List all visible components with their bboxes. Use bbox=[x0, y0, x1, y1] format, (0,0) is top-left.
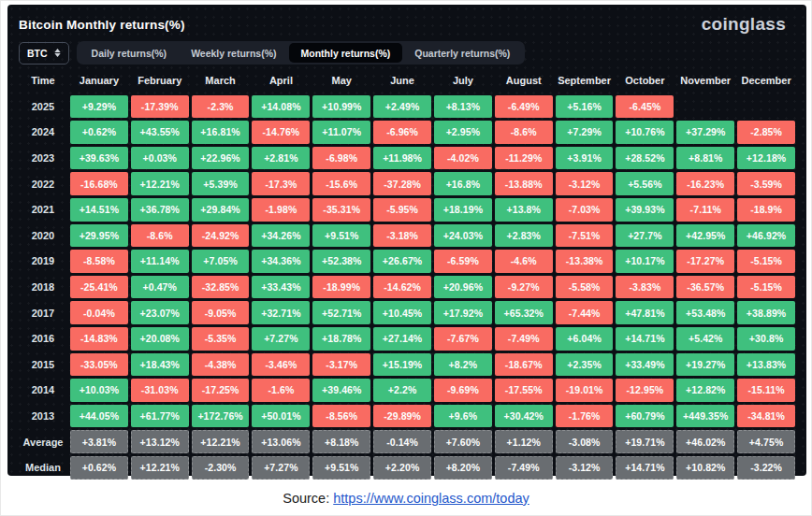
return-cell: -2.85% bbox=[737, 121, 795, 144]
column-header-month: June bbox=[373, 69, 431, 93]
return-cell: -5.95% bbox=[373, 198, 431, 222]
tab-weekly-returns[interactable]: Weekly returns(%) bbox=[179, 43, 288, 63]
return-cell: +1.12% bbox=[495, 430, 553, 453]
return-cell: -8.56% bbox=[312, 405, 370, 428]
return-cell: -18.67% bbox=[495, 353, 553, 377]
column-header-month: July bbox=[434, 69, 492, 93]
return-cell: +26.67% bbox=[373, 250, 431, 273]
page-title: Bitcoin Monthly returns(%) bbox=[19, 18, 185, 32]
row-label: 2013 bbox=[19, 405, 67, 428]
tab-bar: Daily returns(%) Weekly returns(%) Month… bbox=[77, 41, 526, 64]
return-cell: -29.89% bbox=[373, 405, 431, 428]
coin-selector[interactable]: BTC bbox=[19, 42, 69, 64]
return-cell: +8.13% bbox=[434, 95, 492, 119]
return-cell: +22.96% bbox=[192, 147, 250, 170]
return-cell: +36.78% bbox=[131, 198, 189, 222]
return-cell: +12.21% bbox=[192, 430, 250, 453]
return-cell: +14.51% bbox=[70, 198, 128, 222]
return-cell: +20.96% bbox=[434, 276, 492, 299]
return-cell: -5.15% bbox=[737, 276, 795, 299]
return-cell bbox=[737, 95, 795, 119]
source-line: Source: https://www.coinglass.com/today bbox=[1, 491, 811, 506]
row-label: 2019 bbox=[19, 250, 67, 273]
return-cell: +38.89% bbox=[737, 301, 795, 324]
return-cell: +33.49% bbox=[616, 353, 674, 377]
return-cell: +0.62% bbox=[70, 121, 128, 144]
return-cell: +7.29% bbox=[556, 121, 614, 144]
tab-daily-returns[interactable]: Daily returns(%) bbox=[80, 43, 180, 63]
return-cell: +12.82% bbox=[676, 379, 734, 402]
return-cell: +8.20% bbox=[434, 456, 492, 480]
source-link[interactable]: https://www.coinglass.com/today bbox=[333, 491, 529, 506]
row-label: 2014 bbox=[19, 379, 67, 402]
return-cell: +11.98% bbox=[373, 147, 431, 170]
return-cell: +8.18% bbox=[312, 430, 370, 453]
return-cell: +52.38% bbox=[312, 250, 370, 273]
return-cell: +7.27% bbox=[252, 456, 310, 480]
source-label: Source: bbox=[283, 491, 329, 506]
return-cell: +13.83% bbox=[737, 353, 795, 377]
return-cell: +0.62% bbox=[70, 456, 128, 480]
return-cell: +2.83% bbox=[495, 224, 553, 248]
return-cell: +39.63% bbox=[70, 147, 128, 170]
return-cell: +18.43% bbox=[131, 353, 189, 377]
return-cell: +14.08% bbox=[252, 95, 310, 119]
return-cell: -5.35% bbox=[192, 327, 250, 351]
return-cell: -17.39% bbox=[131, 95, 189, 119]
return-cell: +19.27% bbox=[676, 353, 734, 377]
return-cell: +43.55% bbox=[131, 121, 189, 144]
return-cell: -12.95% bbox=[616, 379, 674, 402]
return-cell: +16.8% bbox=[434, 172, 492, 195]
return-cell: -3.18% bbox=[373, 224, 431, 248]
return-cell: -6.98% bbox=[312, 147, 370, 170]
return-cell: +29.95% bbox=[70, 224, 128, 248]
return-cell: +17.92% bbox=[434, 301, 492, 324]
return-cell: +10.76% bbox=[616, 121, 674, 144]
return-cell: -5.15% bbox=[737, 250, 795, 273]
return-cell: +27.7% bbox=[616, 224, 674, 248]
return-cell: -15.6% bbox=[312, 172, 370, 195]
tab-quarterly-returns[interactable]: Quarterly returns(%) bbox=[402, 43, 522, 63]
tab-monthly-returns[interactable]: Monthly returns(%) bbox=[289, 43, 403, 63]
return-cell: +34.36% bbox=[252, 250, 310, 273]
column-header-month: October bbox=[616, 69, 674, 93]
return-cell: +12.18% bbox=[737, 147, 795, 170]
row-label: 2021 bbox=[19, 198, 67, 222]
row-label: Average bbox=[19, 430, 67, 453]
row-label: 2016 bbox=[19, 327, 67, 351]
return-cell: -1.6% bbox=[252, 379, 310, 402]
return-cell: +42.95% bbox=[676, 224, 734, 248]
panel-header: Bitcoin Monthly returns(%) coinglass bbox=[19, 12, 795, 36]
return-cell: +2.2% bbox=[373, 379, 431, 402]
row-label: 2018 bbox=[19, 276, 67, 299]
return-cell: -3.46% bbox=[252, 353, 310, 377]
return-cell: -6.59% bbox=[434, 250, 492, 273]
return-cell: -4.38% bbox=[192, 353, 250, 377]
return-cell: +4.75% bbox=[737, 430, 795, 453]
return-cell: -9.27% bbox=[495, 276, 553, 299]
return-cell: +172.76% bbox=[192, 405, 250, 428]
return-cell: +9.51% bbox=[312, 224, 370, 248]
return-cell: +20.08% bbox=[131, 327, 189, 351]
return-cell: -18.99% bbox=[312, 276, 370, 299]
return-cell: +8.81% bbox=[676, 147, 734, 170]
return-cell: +65.32% bbox=[495, 301, 553, 324]
return-cell: -25.41% bbox=[70, 276, 128, 299]
return-cell: +7.27% bbox=[252, 327, 310, 351]
return-cell: -7.03% bbox=[556, 198, 614, 222]
return-cell: -7.44% bbox=[556, 301, 614, 324]
return-cell: -3.17% bbox=[312, 353, 370, 377]
return-cell: -17.27% bbox=[676, 250, 734, 273]
column-header-month: April bbox=[252, 69, 310, 93]
return-cell: -24.92% bbox=[192, 224, 250, 248]
return-cell: -36.57% bbox=[676, 276, 734, 299]
return-cell: -6.49% bbox=[495, 95, 553, 119]
return-cell: +53.48% bbox=[676, 301, 734, 324]
return-cell: +14.71% bbox=[616, 327, 674, 351]
return-cell: -8.6% bbox=[495, 121, 553, 144]
return-cell: -13.38% bbox=[556, 250, 614, 273]
return-cell: +2.95% bbox=[434, 121, 492, 144]
return-cell: -34.81% bbox=[737, 405, 795, 428]
return-cell: -17.3% bbox=[252, 172, 310, 195]
coin-selector-label: BTC bbox=[27, 48, 48, 59]
